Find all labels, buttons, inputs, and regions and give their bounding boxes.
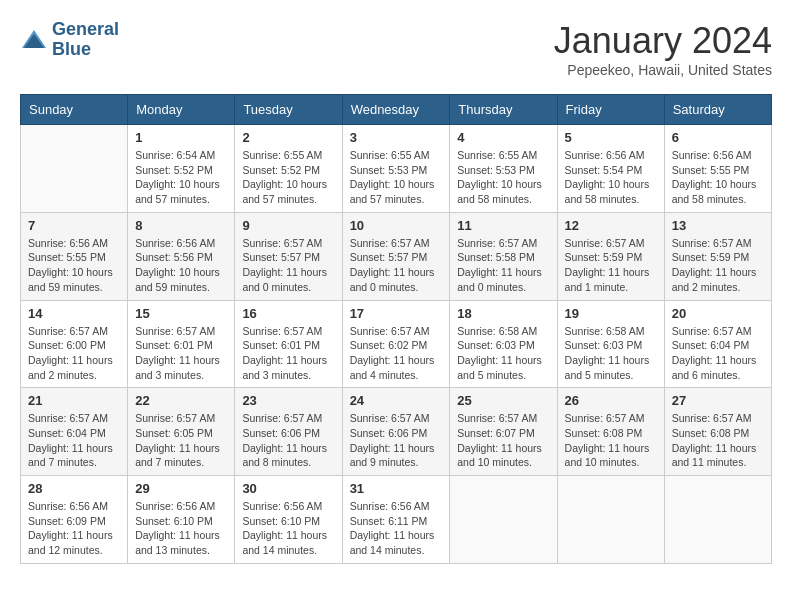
cell-info: Sunrise: 6:57 AMSunset: 6:01 PMDaylight:… <box>135 324 227 383</box>
cell-info: Sunrise: 6:57 AMSunset: 6:01 PMDaylight:… <box>242 324 334 383</box>
cell-info: Sunrise: 6:57 AMSunset: 6:05 PMDaylight:… <box>135 411 227 470</box>
calendar-cell <box>664 476 771 564</box>
calendar-cell: 3Sunrise: 6:55 AMSunset: 5:53 PMDaylight… <box>342 125 450 213</box>
calendar-cell: 25Sunrise: 6:57 AMSunset: 6:07 PMDayligh… <box>450 388 557 476</box>
calendar-day-header: Thursday <box>450 95 557 125</box>
calendar-cell: 12Sunrise: 6:57 AMSunset: 5:59 PMDayligh… <box>557 212 664 300</box>
cell-info: Sunrise: 6:58 AMSunset: 6:03 PMDaylight:… <box>565 324 657 383</box>
calendar-cell: 14Sunrise: 6:57 AMSunset: 6:00 PMDayligh… <box>21 300 128 388</box>
cell-date-number: 27 <box>672 393 764 408</box>
cell-date-number: 15 <box>135 306 227 321</box>
cell-date-number: 31 <box>350 481 443 496</box>
cell-date-number: 30 <box>242 481 334 496</box>
cell-date-number: 26 <box>565 393 657 408</box>
cell-date-number: 10 <box>350 218 443 233</box>
calendar-day-header: Sunday <box>21 95 128 125</box>
calendar-cell: 15Sunrise: 6:57 AMSunset: 6:01 PMDayligh… <box>128 300 235 388</box>
calendar-cell: 6Sunrise: 6:56 AMSunset: 5:55 PMDaylight… <box>664 125 771 213</box>
cell-info: Sunrise: 6:57 AMSunset: 6:08 PMDaylight:… <box>565 411 657 470</box>
cell-date-number: 21 <box>28 393 120 408</box>
calendar-cell: 30Sunrise: 6:56 AMSunset: 6:10 PMDayligh… <box>235 476 342 564</box>
calendar-cell: 4Sunrise: 6:55 AMSunset: 5:53 PMDaylight… <box>450 125 557 213</box>
calendar-cell: 13Sunrise: 6:57 AMSunset: 5:59 PMDayligh… <box>664 212 771 300</box>
cell-date-number: 7 <box>28 218 120 233</box>
cell-date-number: 2 <box>242 130 334 145</box>
calendar-cell: 10Sunrise: 6:57 AMSunset: 5:57 PMDayligh… <box>342 212 450 300</box>
cell-date-number: 1 <box>135 130 227 145</box>
cell-info: Sunrise: 6:56 AMSunset: 5:55 PMDaylight:… <box>672 148 764 207</box>
calendar-week-row: 7Sunrise: 6:56 AMSunset: 5:55 PMDaylight… <box>21 212 772 300</box>
cell-info: Sunrise: 6:58 AMSunset: 6:03 PMDaylight:… <box>457 324 549 383</box>
cell-date-number: 9 <box>242 218 334 233</box>
cell-info: Sunrise: 6:55 AMSunset: 5:53 PMDaylight:… <box>350 148 443 207</box>
calendar-cell: 2Sunrise: 6:55 AMSunset: 5:52 PMDaylight… <box>235 125 342 213</box>
cell-info: Sunrise: 6:57 AMSunset: 5:59 PMDaylight:… <box>672 236 764 295</box>
cell-date-number: 6 <box>672 130 764 145</box>
calendar-cell: 23Sunrise: 6:57 AMSunset: 6:06 PMDayligh… <box>235 388 342 476</box>
cell-info: Sunrise: 6:56 AMSunset: 6:09 PMDaylight:… <box>28 499 120 558</box>
cell-date-number: 11 <box>457 218 549 233</box>
calendar-cell: 17Sunrise: 6:57 AMSunset: 6:02 PMDayligh… <box>342 300 450 388</box>
logo: General Blue <box>20 20 119 60</box>
calendar-day-header: Tuesday <box>235 95 342 125</box>
cell-info: Sunrise: 6:56 AMSunset: 5:56 PMDaylight:… <box>135 236 227 295</box>
cell-date-number: 22 <box>135 393 227 408</box>
cell-date-number: 25 <box>457 393 549 408</box>
calendar-cell: 1Sunrise: 6:54 AMSunset: 5:52 PMDaylight… <box>128 125 235 213</box>
cell-date-number: 12 <box>565 218 657 233</box>
cell-info: Sunrise: 6:57 AMSunset: 5:59 PMDaylight:… <box>565 236 657 295</box>
calendar-cell: 24Sunrise: 6:57 AMSunset: 6:06 PMDayligh… <box>342 388 450 476</box>
cell-info: Sunrise: 6:57 AMSunset: 6:08 PMDaylight:… <box>672 411 764 470</box>
calendar-cell: 27Sunrise: 6:57 AMSunset: 6:08 PMDayligh… <box>664 388 771 476</box>
cell-date-number: 19 <box>565 306 657 321</box>
cell-info: Sunrise: 6:56 AMSunset: 5:54 PMDaylight:… <box>565 148 657 207</box>
title-section: January 2024 Pepeekeo, Hawaii, United St… <box>554 20 772 78</box>
cell-info: Sunrise: 6:57 AMSunset: 6:06 PMDaylight:… <box>350 411 443 470</box>
calendar-cell: 5Sunrise: 6:56 AMSunset: 5:54 PMDaylight… <box>557 125 664 213</box>
calendar-cell: 29Sunrise: 6:56 AMSunset: 6:10 PMDayligh… <box>128 476 235 564</box>
cell-info: Sunrise: 6:57 AMSunset: 5:58 PMDaylight:… <box>457 236 549 295</box>
calendar-cell: 18Sunrise: 6:58 AMSunset: 6:03 PMDayligh… <box>450 300 557 388</box>
cell-date-number: 14 <box>28 306 120 321</box>
cell-date-number: 23 <box>242 393 334 408</box>
calendar-title: January 2024 <box>554 20 772 62</box>
cell-info: Sunrise: 6:55 AMSunset: 5:52 PMDaylight:… <box>242 148 334 207</box>
cell-info: Sunrise: 6:56 AMSunset: 6:10 PMDaylight:… <box>242 499 334 558</box>
cell-info: Sunrise: 6:57 AMSunset: 6:04 PMDaylight:… <box>28 411 120 470</box>
calendar-cell: 26Sunrise: 6:57 AMSunset: 6:08 PMDayligh… <box>557 388 664 476</box>
calendar-cell: 22Sunrise: 6:57 AMSunset: 6:05 PMDayligh… <box>128 388 235 476</box>
cell-date-number: 8 <box>135 218 227 233</box>
calendar-week-row: 14Sunrise: 6:57 AMSunset: 6:00 PMDayligh… <box>21 300 772 388</box>
calendar-cell: 9Sunrise: 6:57 AMSunset: 5:57 PMDaylight… <box>235 212 342 300</box>
calendar-cell: 21Sunrise: 6:57 AMSunset: 6:04 PMDayligh… <box>21 388 128 476</box>
cell-info: Sunrise: 6:54 AMSunset: 5:52 PMDaylight:… <box>135 148 227 207</box>
calendar-cell: 19Sunrise: 6:58 AMSunset: 6:03 PMDayligh… <box>557 300 664 388</box>
calendar-cell: 16Sunrise: 6:57 AMSunset: 6:01 PMDayligh… <box>235 300 342 388</box>
cell-info: Sunrise: 6:57 AMSunset: 6:07 PMDaylight:… <box>457 411 549 470</box>
calendar-week-row: 28Sunrise: 6:56 AMSunset: 6:09 PMDayligh… <box>21 476 772 564</box>
logo-icon <box>20 26 48 54</box>
calendar-header-row: SundayMondayTuesdayWednesdayThursdayFrid… <box>21 95 772 125</box>
calendar-cell <box>450 476 557 564</box>
cell-info: Sunrise: 6:56 AMSunset: 6:10 PMDaylight:… <box>135 499 227 558</box>
cell-date-number: 17 <box>350 306 443 321</box>
calendar-day-header: Wednesday <box>342 95 450 125</box>
cell-date-number: 5 <box>565 130 657 145</box>
cell-date-number: 3 <box>350 130 443 145</box>
calendar-cell <box>557 476 664 564</box>
cell-date-number: 4 <box>457 130 549 145</box>
cell-date-number: 18 <box>457 306 549 321</box>
calendar-cell: 7Sunrise: 6:56 AMSunset: 5:55 PMDaylight… <box>21 212 128 300</box>
calendar-cell: 11Sunrise: 6:57 AMSunset: 5:58 PMDayligh… <box>450 212 557 300</box>
cell-info: Sunrise: 6:55 AMSunset: 5:53 PMDaylight:… <box>457 148 549 207</box>
cell-date-number: 28 <box>28 481 120 496</box>
cell-info: Sunrise: 6:57 AMSunset: 6:06 PMDaylight:… <box>242 411 334 470</box>
cell-info: Sunrise: 6:57 AMSunset: 5:57 PMDaylight:… <box>242 236 334 295</box>
calendar-cell: 8Sunrise: 6:56 AMSunset: 5:56 PMDaylight… <box>128 212 235 300</box>
cell-date-number: 16 <box>242 306 334 321</box>
cell-date-number: 24 <box>350 393 443 408</box>
calendar-week-row: 21Sunrise: 6:57 AMSunset: 6:04 PMDayligh… <box>21 388 772 476</box>
calendar-table: SundayMondayTuesdayWednesdayThursdayFrid… <box>20 94 772 564</box>
cell-info: Sunrise: 6:57 AMSunset: 6:00 PMDaylight:… <box>28 324 120 383</box>
calendar-subtitle: Pepeekeo, Hawaii, United States <box>554 62 772 78</box>
